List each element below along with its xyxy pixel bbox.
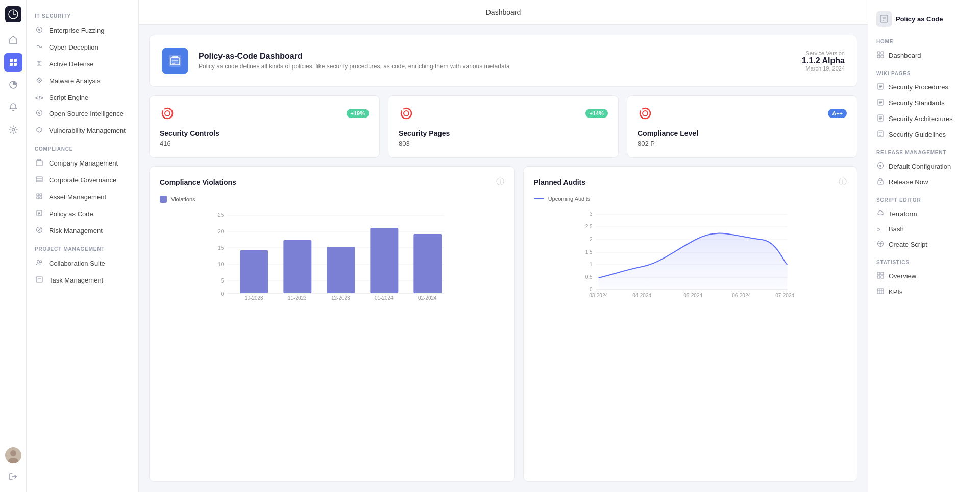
svg-text:07-2024: 07-2024: [775, 293, 794, 298]
topbar-title: Dashboard: [486, 8, 521, 16]
svg-rect-54: [240, 250, 268, 293]
hero-version-date: March 19, 2024: [802, 65, 845, 72]
svg-point-8: [8, 458, 18, 463]
right-panel-wiki-label: WIKI PAGES: [868, 63, 980, 79]
right-panel-item-create-script[interactable]: Create Script: [868, 237, 980, 252]
risk-management-icon: [35, 226, 44, 235]
svg-text:05-2024: 05-2024: [683, 293, 702, 298]
sidebar-item-malware-analysis[interactable]: Malware Analysis: [27, 73, 138, 89]
right-panel-item-default-config[interactable]: Default Configuration: [868, 158, 980, 174]
violations-info-icon[interactable]: ⓘ: [496, 177, 504, 188]
right-panel-item-overview[interactable]: Overview: [868, 268, 980, 284]
kpis-icon: [876, 288, 885, 296]
right-panel-release-label: RELEASE MANAGEMENT: [868, 143, 980, 158]
sidebar-item-policy-as-code[interactable]: Policy as Code: [27, 205, 138, 222]
sidebar-item-enterprise-fuzzing[interactable]: Enterprise Fuzzing: [27, 22, 138, 39]
security-controls-value: 416: [160, 139, 369, 147]
sidebar-item-active-defense[interactable]: Active Defense: [27, 56, 138, 73]
right-panel-title: Policy as Code: [896, 15, 943, 23]
svg-rect-55: [283, 240, 311, 293]
sidebar-item-cyber-deception[interactable]: Cyber Deception: [27, 39, 138, 56]
sidebar-section-label-compliance: COMPLIANCE: [27, 139, 138, 155]
svg-text:0: 0: [590, 287, 593, 292]
right-panel-create-script-label: Create Script: [889, 241, 927, 248]
sidebar-chart-icon[interactable]: [4, 76, 22, 94]
security-pages-chart-icon: [399, 106, 414, 121]
sidebar-item-open-source-intelligence[interactable]: Open Source Intelligence: [27, 105, 138, 122]
right-panel-item-kpis[interactable]: KPIs: [868, 284, 980, 300]
svg-point-7: [10, 450, 16, 456]
right-panel-header: Policy as Code: [868, 6, 980, 32]
sidebar: IT SECURITY Enterprise Fuzzing Cyber Dec…: [27, 0, 139, 492]
right-panel-item-bash[interactable]: >_ Bash: [868, 222, 980, 237]
svg-rect-22: [40, 197, 42, 199]
sidebar-item-asset-management[interactable]: Asset Management: [27, 189, 138, 205]
sidebar-avatar[interactable]: [5, 447, 21, 463]
svg-rect-30: [36, 277, 42, 282]
overview-icon: [876, 272, 885, 280]
svg-point-10: [38, 29, 40, 31]
right-panel-item-terraform[interactable]: Terraform: [868, 206, 980, 222]
sidebar-item-vulnerability-management[interactable]: Vulnerability Management: [27, 122, 138, 139]
sidebar-bell-icon[interactable]: [4, 98, 22, 116]
svg-text:01-2024: 01-2024: [375, 295, 394, 301]
hero-version-number: 1.1.2 Alpha: [802, 56, 845, 65]
right-panel-item-security-standards[interactable]: Security Standards: [868, 95, 980, 111]
svg-rect-1: [10, 59, 13, 62]
right-panel-item-security-guidelines[interactable]: Security Guidelines: [868, 127, 980, 143]
svg-point-13: [39, 112, 40, 114]
release-now-icon: [876, 178, 885, 186]
right-panel-bash-label: Bash: [889, 225, 904, 233]
sidebar-item-task-management[interactable]: Task Management: [27, 272, 138, 289]
sidebar-item-risk-management[interactable]: Risk Management: [27, 222, 138, 239]
security-pages-badge: +14%: [585, 109, 608, 118]
right-panel-item-security-architectures[interactable]: Security Architectures: [868, 111, 980, 127]
svg-point-28: [37, 261, 40, 263]
sidebar-section-project-management: PROJECT MANAGEMENT Collaboration Suite T…: [27, 239, 138, 289]
violations-legend-label: Violations: [171, 196, 195, 202]
icon-bar: [0, 0, 27, 492]
sidebar-item-script-engine[interactable]: </> Script Engine: [27, 89, 138, 105]
sidebar-item-company-management[interactable]: Company Management: [27, 155, 138, 172]
security-standards-icon: [876, 99, 885, 107]
vulnerability-management-icon: [35, 126, 44, 135]
audits-chart-title: Planned Audits: [534, 178, 585, 186]
stat-card-security-pages: +14% Security Pages 803: [388, 95, 619, 158]
right-panel-default-config-label: Default Configuration: [889, 162, 951, 170]
cyber-deception-icon: [35, 43, 44, 52]
sidebar-item-collaboration-suite[interactable]: Collaboration Suite: [27, 255, 138, 272]
default-config-icon: [876, 162, 885, 171]
right-panel: Policy as Code HOME Dashboard WIKI PAGES…: [868, 0, 980, 492]
hero-description: Policy as code defines all kinds of poli…: [199, 63, 510, 70]
corporate-governance-icon: [35, 176, 44, 184]
right-panel-item-dashboard[interactable]: Dashboard: [868, 48, 980, 63]
audits-info-icon[interactable]: ⓘ: [839, 177, 847, 188]
violations-legend-color: [160, 196, 167, 203]
svg-rect-2: [14, 59, 17, 62]
right-panel-item-release-now[interactable]: Release Now: [868, 174, 980, 190]
svg-rect-89: [877, 55, 880, 58]
svg-point-11: [39, 80, 40, 81]
asset-management-icon: [35, 193, 44, 201]
svg-point-12: [37, 110, 42, 116]
compliance-level-chart-icon: [638, 106, 653, 121]
right-panel-item-security-procedures[interactable]: Security Procedures: [868, 79, 980, 95]
svg-text:11-2023: 11-2023: [288, 295, 307, 301]
svg-rect-118: [877, 289, 884, 294]
right-panel-security-guidelines-label: Security Guidelines: [889, 131, 946, 138]
audits-chart-svg: 3 2.5 2 1.5 1 0.5 0: [534, 208, 847, 471]
sidebar-item-corporate-governance[interactable]: Corporate Governance: [27, 172, 138, 189]
sidebar-section-label-project-management: PROJECT MANAGEMENT: [27, 239, 138, 255]
bash-icon: >_: [876, 226, 885, 232]
sidebar-settings-icon[interactable]: [4, 121, 22, 139]
script-engine-icon: </>: [35, 95, 44, 101]
svg-point-108: [879, 165, 881, 167]
svg-point-39: [165, 111, 170, 116]
sidebar-home-icon[interactable]: [4, 31, 22, 49]
svg-text:10: 10: [218, 262, 224, 267]
sidebar-grid-icon[interactable]: [4, 53, 22, 72]
svg-text:2.5: 2.5: [585, 224, 592, 229]
sidebar-logout-icon[interactable]: [4, 467, 22, 486]
svg-text:04-2024: 04-2024: [632, 293, 651, 298]
security-controls-badge: +19%: [347, 109, 369, 118]
